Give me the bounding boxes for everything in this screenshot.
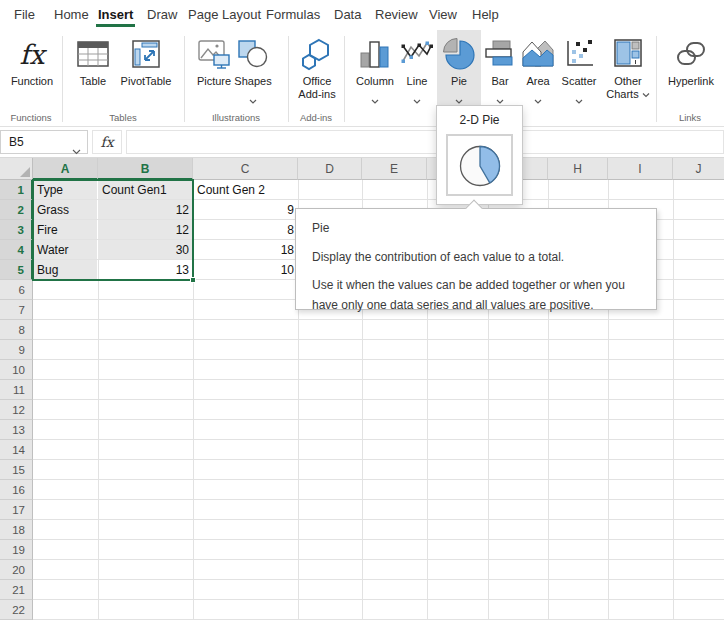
menu-tab-formulas[interactable]: Formulas xyxy=(266,7,320,22)
chevron-down-icon xyxy=(496,90,504,96)
hyperlink-button[interactable]: Hyperlink xyxy=(662,33,720,109)
area-chart-label: Area xyxy=(526,75,549,88)
scatter-chart-button[interactable]: Scatter xyxy=(555,33,603,109)
pivottable-label: PivotTable xyxy=(121,75,172,88)
menu-tab-file[interactable]: File xyxy=(14,7,35,22)
scatter-chart-icon xyxy=(562,33,596,75)
row-header-5[interactable]: 5 xyxy=(0,260,33,280)
gallery-title: 2-D Pie xyxy=(437,113,522,127)
pie-chart-label: Pie xyxy=(451,75,467,88)
hyperlink-icon xyxy=(673,33,709,75)
cell-C1[interactable]: Count Gen 2 xyxy=(193,180,298,200)
function-button[interactable]: fx Function xyxy=(6,33,58,109)
fill-handle[interactable] xyxy=(190,277,196,283)
row-header-20[interactable]: 20 xyxy=(0,560,33,580)
column-header-H[interactable]: H xyxy=(548,158,608,180)
pie-2d-icon xyxy=(457,142,503,188)
bar-chart-button[interactable]: Bar xyxy=(481,33,519,109)
column-header-E[interactable]: E xyxy=(362,158,427,180)
column-header-D[interactable]: D xyxy=(298,158,362,180)
row-header-19[interactable]: 19 xyxy=(0,540,33,560)
row-header-9[interactable]: 9 xyxy=(0,340,33,360)
column-chart-label: Column xyxy=(356,75,394,88)
group-divider xyxy=(344,36,345,122)
line-chart-label: Line xyxy=(407,75,428,88)
group-divider xyxy=(288,36,289,122)
scatter-chart-label: Scatter xyxy=(562,75,597,88)
function-label: Function xyxy=(11,75,53,88)
row-header-15[interactable]: 15 xyxy=(0,460,33,480)
office-addins-icon xyxy=(299,33,335,75)
cell-C2[interactable]: 9 xyxy=(193,200,298,220)
office-addins-label-line2: Add-ins xyxy=(298,88,335,101)
group-label-functions: Functions xyxy=(0,112,62,126)
row-header-10[interactable]: 10 xyxy=(0,360,33,380)
cell-C4[interactable]: 18 xyxy=(193,240,298,260)
menu-tab-view[interactable]: View xyxy=(429,7,457,22)
row-header-17[interactable]: 17 xyxy=(0,500,33,520)
table-button[interactable]: Table xyxy=(70,33,116,109)
cell-C5[interactable]: 10 xyxy=(193,260,298,280)
other-charts-label-line2: Charts xyxy=(606,88,649,101)
group-divider xyxy=(184,36,185,122)
menu-tab-insert[interactable]: Insert xyxy=(98,7,133,22)
column-chart-button[interactable]: Column xyxy=(351,33,399,109)
pie-2d-gallery-item[interactable] xyxy=(446,134,513,196)
table-icon xyxy=(75,33,111,75)
row-header-4[interactable]: 4 xyxy=(0,240,33,260)
menu-tab-home[interactable]: Home xyxy=(54,7,89,22)
picture-button[interactable]: Picture xyxy=(190,33,238,109)
tooltip-title: Pie xyxy=(312,221,640,235)
select-all-button[interactable] xyxy=(0,158,33,180)
row-header-13[interactable]: 13 xyxy=(0,420,33,440)
column-header-A[interactable]: A xyxy=(33,158,98,180)
row-header-8[interactable]: 8 xyxy=(0,320,33,340)
pie-chart-icon xyxy=(442,33,476,75)
column-header-J[interactable]: J xyxy=(673,158,724,180)
picture-label: Picture xyxy=(197,75,231,88)
bar-chart-icon xyxy=(483,33,517,75)
column-header-I[interactable]: I xyxy=(608,158,673,180)
select-all-triangle-icon xyxy=(20,167,30,177)
formula-input[interactable] xyxy=(126,130,724,154)
row-header-1[interactable]: 1 xyxy=(0,180,33,200)
row-header-16[interactable]: 16 xyxy=(0,480,33,500)
line-chart-button[interactable]: Line xyxy=(397,33,437,109)
pie-gallery-dropdown: 2-D Pie xyxy=(436,105,523,205)
row-header-18[interactable]: 18 xyxy=(0,520,33,540)
bar-chart-label: Bar xyxy=(491,75,508,88)
ribbon: fx Function Table PivotTable Picture xyxy=(0,30,724,127)
office-addins-button[interactable]: Office Add-ins xyxy=(290,33,344,109)
area-chart-button[interactable]: Area xyxy=(519,33,557,109)
other-charts-label-line1: Other xyxy=(614,75,642,88)
row-header-12[interactable]: 12 xyxy=(0,400,33,420)
column-header-B[interactable]: B xyxy=(98,158,193,180)
pie-chart-button[interactable]: Pie xyxy=(437,30,481,105)
row-header-22[interactable]: 22 xyxy=(0,600,33,620)
excel-window: FileHomeInsertDrawPage LayoutFormulasDat… xyxy=(0,0,724,620)
shapes-icon xyxy=(236,33,270,75)
row-header-7[interactable]: 7 xyxy=(0,300,33,320)
menu-tab-page-layout[interactable]: Page Layout xyxy=(188,7,261,22)
other-charts-button[interactable]: Other Charts xyxy=(601,33,655,109)
row-header-3[interactable]: 3 xyxy=(0,220,33,240)
menu-tab-review[interactable]: Review xyxy=(375,7,418,22)
name-box[interactable]: B5 xyxy=(0,130,88,154)
cell-C3[interactable]: 8 xyxy=(193,220,298,240)
row-header-14[interactable]: 14 xyxy=(0,440,33,460)
menu-tab-draw[interactable]: Draw xyxy=(147,7,177,22)
pivottable-icon xyxy=(129,33,163,75)
table-label: Table xyxy=(80,75,106,88)
row-header-11[interactable]: 11 xyxy=(0,380,33,400)
row-header-21[interactable]: 21 xyxy=(0,580,33,600)
row-header-2[interactable]: 2 xyxy=(0,200,33,220)
pivottable-button[interactable]: PivotTable xyxy=(114,33,178,109)
insert-function-button[interactable]: fx xyxy=(92,130,122,154)
area-chart-icon xyxy=(520,33,556,75)
column-header-C[interactable]: C xyxy=(193,158,298,180)
shapes-button[interactable]: Shapes xyxy=(232,33,274,109)
row-header-6[interactable]: 6 xyxy=(0,280,33,300)
menu-tab-help[interactable]: Help xyxy=(472,7,499,22)
group-label-addins: Add-ins xyxy=(288,112,344,126)
menu-tab-data[interactable]: Data xyxy=(334,7,361,22)
